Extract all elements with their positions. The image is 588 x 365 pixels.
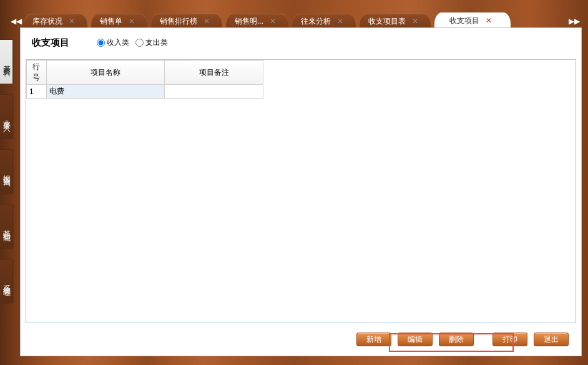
cell-note[interactable] <box>165 85 263 99</box>
col-header-name[interactable]: 项目名称 <box>46 61 165 85</box>
panel-title: 收支项目 <box>32 37 69 49</box>
edit-button[interactable]: 编辑 <box>398 333 433 346</box>
tab-inventory-status[interactable]: 库存状况 ✕ <box>24 14 87 29</box>
sidebar-item-basic-data[interactable]: 基本资料 <box>0 40 12 84</box>
col-header-note[interactable]: 项目备注 <box>165 61 263 85</box>
tab-strip: ◀◀ 库存状况 ✕ 销售单 ✕ 销售排行榜 ✕ 销售明... ✕ 往来分析 ✕ … <box>0 11 588 29</box>
tab-sales-order[interactable]: 销售单 ✕ <box>91 14 147 29</box>
sidebar-item-business-entry[interactable]: 业务录入 <box>0 95 12 139</box>
side-nav: 基本资料 业务录入 报表查询 其它功能 系统管理 <box>0 40 12 303</box>
tab-label: 收支项目 <box>449 16 479 26</box>
close-icon[interactable]: ✕ <box>337 17 343 26</box>
data-grid[interactable]: 行号 项目名称 项目备注 1 电费 <box>26 59 576 323</box>
col-header-rownum[interactable]: 行号 <box>27 61 47 85</box>
tab-label: 往来分析 <box>301 16 331 27</box>
radio-income-label: 收入类 <box>107 37 129 48</box>
tab-scroll-right-icon[interactable]: ▶▶ <box>567 14 582 29</box>
close-icon[interactable]: ✕ <box>203 17 210 26</box>
tab-label: 销售排行榜 <box>160 16 197 27</box>
close-icon[interactable]: ✕ <box>270 17 276 26</box>
tab-label: 库存状况 <box>32 16 62 27</box>
table-header-row: 行号 项目名称 项目备注 <box>27 61 263 85</box>
main-panel: 收支项目 收入类 支出类 行号 项目名称 项目备注 1 <box>20 27 582 356</box>
sidebar-item-system-management[interactable]: 系统管理 <box>0 260 12 303</box>
sidebar-item-other-functions[interactable]: 其它功能 <box>0 205 12 248</box>
delete-button[interactable]: 删除 <box>439 333 474 346</box>
tab-sales-detail[interactable]: 销售明... ✕ <box>226 14 288 29</box>
table-row[interactable]: 1 电费 <box>27 85 263 99</box>
tab-label: 销售单 <box>100 16 122 27</box>
cell-name[interactable]: 电费 <box>46 85 165 99</box>
radio-expense[interactable]: 支出类 <box>135 37 168 48</box>
exit-button[interactable]: 退出 <box>534 333 569 346</box>
cell-rownum[interactable]: 1 <box>27 85 47 99</box>
tab-sales-ranking[interactable]: 销售排行榜 ✕ <box>151 14 222 29</box>
tab-label: 销售明... <box>235 16 263 27</box>
close-icon[interactable]: ✕ <box>412 17 418 26</box>
sidebar-item-report-query[interactable]: 报表查询 <box>0 150 12 193</box>
radio-expense-label: 支出类 <box>145 37 168 48</box>
tab-scroll-left-icon[interactable]: ◀◀ <box>9 14 24 29</box>
tab-income-expense-table[interactable]: 收支项目表 ✕ <box>360 14 431 29</box>
add-button[interactable]: 新增 <box>356 333 391 346</box>
radio-income-input[interactable] <box>97 39 105 47</box>
close-icon[interactable]: ✕ <box>69 17 75 26</box>
close-icon[interactable]: ✕ <box>129 17 135 26</box>
footer-toolbar: 新增 编辑 删除 打印 退出 <box>21 329 581 349</box>
close-icon[interactable]: ✕ <box>486 16 492 25</box>
radio-income[interactable]: 收入类 <box>97 37 129 48</box>
radio-expense-input[interactable] <box>135 39 144 47</box>
print-button[interactable]: 打印 <box>492 333 527 346</box>
tab-transaction-analysis[interactable]: 往来分析 ✕ <box>292 14 356 29</box>
tab-label: 收支项目表 <box>368 16 406 27</box>
panel-header: 收支项目 收入类 支出类 <box>21 28 581 55</box>
type-radio-group: 收入类 支出类 <box>97 37 168 48</box>
tab-income-expense-item[interactable]: 收支项目 ✕ <box>434 12 511 29</box>
